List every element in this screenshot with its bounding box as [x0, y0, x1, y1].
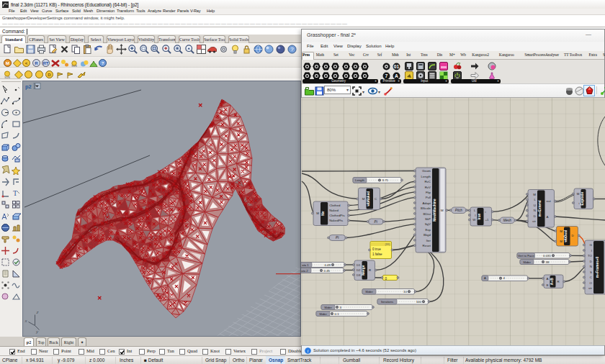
- svg-text:Exp: Exp: [425, 228, 431, 232]
- svg-text:Flip: Flip: [426, 191, 431, 194]
- svg-text:Bkgd: Bkgd: [424, 233, 431, 237]
- svg-text:U: U: [534, 204, 536, 207]
- svg-text:Slider: Slider: [523, 260, 531, 264]
- svg-text:str: str: [588, 286, 592, 290]
- svg-text:(99): (99): [385, 242, 390, 246]
- svg-text:ata 1: ata 1: [302, 263, 309, 267]
- svg-text:B: B: [547, 283, 549, 287]
- svg-text:M: M: [560, 240, 563, 243]
- svg-text:M: M: [560, 229, 563, 233]
- svg-text:Explode: Explode: [581, 192, 584, 206]
- svg-text:R: R: [369, 268, 371, 272]
- svg-text:SgV: SgV: [425, 222, 431, 226]
- svg-text:Pull: Pull: [426, 196, 431, 199]
- svg-text:C: C: [375, 197, 377, 201]
- svg-text:7: 7: [385, 73, 388, 78]
- svg-text:10: 10: [403, 290, 407, 294]
- svg-text:0 true: 0 true: [372, 247, 381, 251]
- svg-text:Iterations: Iterations: [381, 300, 393, 304]
- svg-text:A+B: A+B: [550, 278, 554, 285]
- svg-text:wbDual: wbDual: [564, 230, 568, 243]
- svg-text:M: M: [362, 197, 365, 201]
- svg-text:D: D: [534, 214, 536, 218]
- svg-text:D: D: [572, 234, 574, 237]
- svg-text:i: i: [308, 348, 309, 353]
- svg-text:RvV: RvV: [425, 186, 431, 189]
- svg-text:D: D: [48, 73, 51, 77]
- svg-text:Geom: Geom: [422, 169, 431, 173]
- svg-text:out: out: [547, 199, 552, 203]
- svg-text:R: R: [35, 61, 38, 65]
- svg-text:Slider: Slider: [365, 290, 373, 294]
- svg-text:TO: TO: [588, 254, 593, 258]
- svg-text:0: 0: [385, 277, 387, 281]
- svg-text:+1: +1: [485, 218, 490, 222]
- svg-text:Slider: Slider: [324, 306, 332, 309]
- svg-text:D1: D1: [357, 263, 361, 267]
- svg-text:0.1: 0.1: [335, 312, 340, 316]
- svg-text:0.45: 0.45: [324, 269, 331, 273]
- svg-text:?: ?: [290, 46, 294, 53]
- svg-text:M: M: [6, 61, 9, 65]
- svg-text:SkP: SkP: [425, 217, 431, 221]
- svg-text:0.49: 0.49: [324, 263, 331, 267]
- svg-text:100: 100: [416, 300, 422, 304]
- svg-text:O: O: [590, 281, 593, 285]
- svg-text:I: I: [475, 214, 475, 217]
- svg-text:M: M: [577, 192, 580, 196]
- svg-text:R: R: [557, 280, 560, 283]
- svg-text:M: M: [441, 209, 444, 212]
- svg-text:D: D: [590, 260, 592, 263]
- svg-text:D2: D2: [357, 268, 361, 272]
- svg-text:01: 01: [394, 64, 400, 69]
- svg-text:MeshMachine: MeshMachine: [433, 199, 436, 222]
- svg-text:I: I: [591, 249, 592, 252]
- svg-text:A: A: [395, 73, 398, 78]
- svg-text:Pt: Pt: [375, 220, 378, 224]
- svg-text:Clothed: Clothed: [329, 204, 341, 207]
- svg-text:T: T: [13, 189, 17, 197]
- svg-text:p2: p2: [25, 83, 32, 90]
- svg-text:N: N: [534, 209, 536, 212]
- svg-text:m+Frames+0: m+Frames+0: [596, 256, 599, 278]
- svg-text:Length: Length: [421, 175, 431, 178]
- svg-text:wbNaked: wbNaked: [367, 191, 370, 207]
- svg-text:i: i: [579, 201, 580, 205]
- svg-text:str: str: [532, 219, 536, 223]
- svg-text:D3: D3: [357, 273, 361, 277]
- svg-text:BScale: BScale: [421, 206, 431, 210]
- svg-text:Iter: Iter: [426, 239, 431, 242]
- svg-text:ata 2: ata 2: [301, 269, 308, 273]
- svg-text:RvC: RvC: [424, 180, 431, 183]
- svg-text:NakedPts: NakedPts: [329, 219, 344, 222]
- svg-text:Iron: Iron: [478, 213, 481, 219]
- svg-text:m+Extend: m+Extend: [538, 200, 542, 217]
- svg-text:N: N: [590, 265, 592, 268]
- svg-text:A: A: [484, 276, 486, 280]
- svg-text:M: M: [533, 193, 536, 196]
- svg-text:ClothedPts: ClothedPts: [329, 214, 345, 217]
- svg-text:S: S: [590, 270, 592, 274]
- svg-text:3.71: 3.71: [382, 178, 389, 182]
- svg-text:?: ?: [102, 61, 104, 65]
- svg-text:M: M: [316, 211, 319, 215]
- svg-text:G: G: [590, 243, 593, 247]
- svg-text:A: A: [547, 215, 549, 219]
- svg-text:1 false: 1 false: [372, 252, 382, 256]
- svg-text:Mesh: Mesh: [503, 219, 512, 222]
- svg-text:Slider: Slider: [319, 312, 327, 316]
- svg-text:Vert to Face: Vert to Face: [518, 254, 534, 258]
- svg-text:Nv: Nv: [321, 211, 325, 215]
- svg-text:Pitch: Pitch: [455, 209, 463, 212]
- svg-text:Length: Length: [355, 178, 364, 182]
- svg-text:<: <: [25, 61, 28, 65]
- svg-text:Adapt: Adapt: [423, 201, 431, 205]
- svg-text:0.031: 0.031: [543, 254, 552, 258]
- svg-text:BDist: BDist: [424, 212, 431, 216]
- svg-text:i: i: [485, 210, 486, 214]
- svg-text:Merge: Merge: [362, 265, 365, 275]
- svg-text:z: z: [36, 310, 39, 314]
- svg-text:38: 38: [546, 260, 550, 264]
- svg-text:Naked: Naked: [329, 209, 339, 212]
- svg-text:C: C: [590, 276, 592, 279]
